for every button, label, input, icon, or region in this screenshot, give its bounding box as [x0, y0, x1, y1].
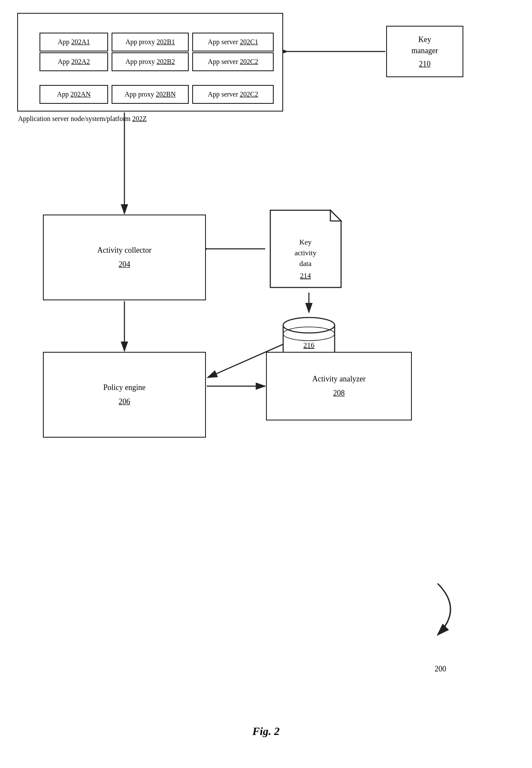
platform-label: Application server node/system/platform …: [18, 115, 147, 123]
svg-text:activity: activity: [295, 249, 317, 257]
app-server-202c2-bot-ref: 202C2: [240, 91, 258, 98]
app-202a1-ref: 202A1: [71, 38, 90, 46]
app-proxy-202b2-box: App proxy 202B2: [112, 52, 189, 71]
policy-engine-label: Policy engine: [103, 383, 145, 392]
activity-collector-label: Activity collector: [97, 246, 151, 255]
svg-text:data: data: [299, 260, 312, 268]
app-202an-label: App: [57, 91, 69, 98]
app-202a2-box: App 202A2: [39, 52, 108, 71]
app-202a1-box: App 202A1: [39, 33, 108, 51]
app-202an-ref: 202AN: [70, 91, 91, 98]
svg-point-18: [283, 317, 335, 333]
activity-collector-ref: 204: [119, 260, 130, 269]
reference-200: 200: [435, 665, 446, 674]
application-server-node-box: . . . App 202A1 App 202A2 App proxy 202B…: [17, 13, 283, 112]
app-server-202c2-bot-label: App server: [208, 91, 238, 98]
key-manager-ref: 210: [419, 60, 431, 68]
app-202an-box: App 202AN: [39, 85, 108, 104]
app-202a2-ref: 202A2: [71, 58, 90, 66]
app-proxy-202bn-box: App proxy 202BN: [112, 85, 189, 104]
figure-label: Fig. 2: [252, 725, 280, 738]
app-202a1-label: App: [57, 38, 70, 46]
app-proxy-202bn-ref: 202BN: [156, 91, 175, 98]
app-proxy-202b2-label: App proxy: [125, 58, 155, 66]
app-server-202c2-top-label: App server: [208, 58, 238, 66]
database-cylinder: 216: [279, 313, 339, 356]
key-activity-data-doc: Key activity data 214: [266, 206, 352, 292]
key-manager-label: Keymanager: [411, 34, 438, 56]
app-server-202c1-ref: 202C1: [240, 38, 258, 46]
app-server-202c2-top-ref: 202C2: [240, 58, 258, 66]
app-server-202c2-top-box: App server 202C2: [192, 52, 274, 71]
app-202a2-label: App: [57, 58, 70, 66]
policy-engine-ref: 206: [119, 397, 130, 406]
activity-analyzer-label: Activity analyzer: [312, 375, 366, 384]
activity-collector-box: Activity collector 204: [43, 215, 206, 300]
app-proxy-202b1-box: App proxy 202B1: [112, 33, 189, 51]
policy-engine-box: Policy engine 206: [43, 352, 206, 438]
svg-text:216: 216: [303, 341, 314, 349]
app-proxy-202b1-label: App proxy: [125, 38, 155, 46]
svg-marker-10: [330, 210, 341, 221]
app-proxy-202bn-label: App proxy: [124, 91, 154, 98]
app-proxy-202b2-ref: 202B2: [157, 58, 175, 66]
activity-analyzer-ref: 208: [333, 389, 345, 397]
diagram-container: . . . App 202A1 App 202A2 App proxy 202B…: [0, 0, 532, 768]
svg-text:Key: Key: [299, 238, 312, 246]
activity-analyzer-box: Activity analyzer 208: [266, 352, 412, 420]
app-server-202c2-bot-box: App server 202C2: [192, 85, 274, 104]
svg-text:214: 214: [300, 272, 311, 280]
app-server-202c1-box: App server 202C1: [192, 33, 274, 51]
key-manager-box: Keymanager 210: [386, 26, 463, 77]
app-server-202c1-label: App server: [208, 38, 238, 46]
app-proxy-202b1-ref: 202B1: [157, 38, 175, 46]
